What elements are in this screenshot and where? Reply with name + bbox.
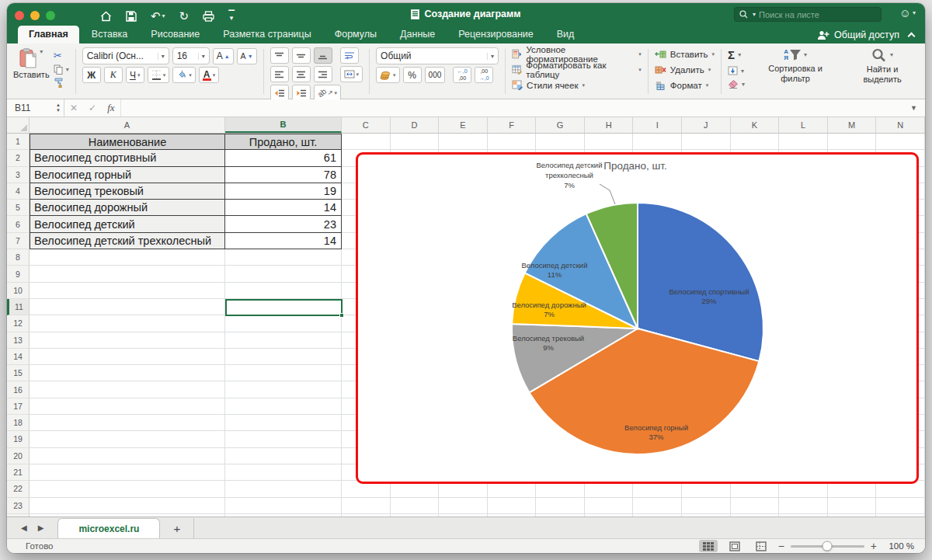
confirm-entry-icon[interactable]: ✓	[83, 103, 102, 113]
share-button[interactable]: Общий доступ	[817, 30, 914, 43]
align-center-button[interactable]	[292, 66, 311, 82]
cell-B21[interactable]	[225, 464, 342, 481]
cell-A6[interactable]: Велосипед детский	[30, 216, 225, 232]
insert-cells-button[interactable]: Вставить▾	[655, 47, 715, 61]
clear-button[interactable]: ▾	[728, 80, 745, 89]
normal-view-button[interactable]	[699, 540, 718, 552]
cell-A9[interactable]	[30, 266, 225, 282]
cell-B5[interactable]: 14	[225, 200, 342, 216]
select-all-corner[interactable]	[7, 117, 30, 133]
row-header-12[interactable]: 12	[7, 315, 30, 332]
paste-button[interactable]: ▾ Вставить	[13, 48, 50, 88]
cell-A3[interactable]: Велосипед горный	[30, 167, 225, 183]
row-header-17[interactable]: 17	[7, 398, 30, 415]
redo-button[interactable]: ↻	[179, 10, 190, 22]
prev-sheet-icon[interactable]: ◀	[21, 523, 27, 532]
row-header-20[interactable]: 20	[7, 448, 30, 464]
cell-B10[interactable]	[225, 283, 342, 299]
decrease-indent-button[interactable]	[270, 85, 289, 101]
cell-M1[interactable]	[828, 134, 877, 150]
cell-N1[interactable]	[876, 134, 925, 150]
cell-A10[interactable]	[30, 283, 225, 299]
cell-B7[interactable]: 14	[225, 233, 342, 249]
cell-A8[interactable]	[30, 249, 225, 266]
cell-A2[interactable]: Велосипед спортивный	[30, 150, 225, 166]
thousands-format-button[interactable]: 000	[425, 67, 446, 83]
cell-F1[interactable]	[488, 134, 537, 150]
cell-J1[interactable]	[682, 134, 731, 150]
next-sheet-icon[interactable]: ▶	[38, 523, 44, 532]
row-header-14[interactable]: 14	[7, 349, 30, 365]
column-header-A[interactable]: A	[30, 117, 225, 133]
ribbon-tab-3[interactable]: Разметка страницы	[212, 26, 322, 43]
format-painter-icon[interactable]	[54, 78, 69, 88]
conditional-formatting-button[interactable]: Условное форматирование▾	[512, 47, 642, 61]
zoom-window-button[interactable]	[46, 11, 55, 20]
cell-B23[interactable]	[225, 498, 342, 514]
paste-dropdown-icon[interactable]: ▾	[40, 48, 43, 55]
delete-cells-button[interactable]: Удалить▾	[655, 63, 715, 76]
increase-indent-button[interactable]	[292, 85, 311, 101]
cell-B17[interactable]	[225, 398, 342, 415]
sort-filter-button[interactable]: АЯ ▾ Сортировка и фильтр	[753, 48, 838, 89]
row-header-19[interactable]: 19	[7, 431, 30, 447]
cell-B9[interactable]	[225, 266, 342, 282]
column-header-C[interactable]: C	[342, 117, 391, 133]
cell-B13[interactable]	[225, 332, 342, 349]
page-break-view-button[interactable]	[752, 540, 770, 552]
save-icon[interactable]	[126, 11, 137, 22]
format-as-table-button[interactable]: Форматировать как таблицу▾	[512, 63, 642, 76]
cell-A11[interactable]	[30, 299, 225, 315]
cell-J23[interactable]	[682, 498, 731, 514]
cell-F23[interactable]	[488, 498, 537, 514]
borders-button[interactable]: ▾	[148, 67, 170, 83]
cell-A12[interactable]	[30, 315, 225, 332]
cut-icon[interactable]: ✂	[54, 50, 69, 61]
row-header-5[interactable]: 5	[7, 200, 30, 216]
cell-B16[interactable]	[225, 381, 342, 398]
row-header-15[interactable]: 15	[7, 365, 30, 381]
autosum-button[interactable]: Σ▾	[728, 48, 745, 61]
row-header-3[interactable]: 3	[7, 167, 30, 183]
text-orientation-button[interactable]: ab↗▾	[314, 85, 341, 101]
zoom-out-icon[interactable]: −	[778, 540, 784, 552]
fill-color-button[interactable]: ▾	[172, 67, 196, 83]
row-header-8[interactable]: 8	[7, 249, 30, 266]
cell-B15[interactable]	[225, 365, 342, 381]
cell-K23[interactable]	[731, 498, 780, 514]
fill-button[interactable]: ▾	[728, 66, 745, 75]
cell-E1[interactable]	[439, 134, 488, 150]
row-header-6[interactable]: 6	[7, 216, 30, 232]
row-header-10[interactable]: 10	[7, 283, 30, 299]
cell-H23[interactable]	[585, 498, 634, 514]
underline-button[interactable]: Ч▾	[126, 67, 144, 83]
column-header-G[interactable]: G	[536, 117, 585, 133]
column-header-E[interactable]: E	[439, 117, 488, 133]
cell-E23[interactable]	[439, 498, 488, 514]
insert-function-icon[interactable]: fx	[102, 102, 120, 114]
cell-B14[interactable]	[225, 349, 342, 365]
font-color-button[interactable]: А ▾	[199, 67, 220, 83]
bold-button[interactable]: Ж	[82, 67, 101, 83]
fill-handle[interactable]	[339, 313, 344, 318]
cell-C1[interactable]	[342, 134, 391, 150]
sheet-tab-active[interactable]: microexcel.ru	[57, 518, 160, 538]
cell-B19[interactable]	[225, 431, 342, 447]
percent-format-button[interactable]: %	[403, 67, 422, 83]
column-header-M[interactable]: M	[828, 117, 877, 133]
cell-A16[interactable]	[30, 381, 225, 398]
row-header-13[interactable]: 13	[7, 332, 30, 349]
cell-H1[interactable]	[585, 134, 634, 150]
align-right-button[interactable]	[314, 66, 332, 82]
zoom-slider[interactable]	[791, 545, 864, 548]
cell-A4[interactable]: Велосипед трековый	[30, 183, 225, 200]
cell-A22[interactable]	[30, 481, 225, 497]
cell-D23[interactable]	[391, 498, 440, 514]
align-left-button[interactable]	[270, 66, 289, 82]
merge-cells-button[interactable]: ▾	[340, 66, 363, 82]
font-name-select[interactable]: Calibri (Осн...▾	[82, 47, 169, 64]
row-header-4[interactable]: 4	[7, 183, 30, 200]
decrease-font-icon[interactable]: A▼	[237, 48, 257, 64]
row-header-2[interactable]: 2	[7, 150, 30, 166]
row-header-23[interactable]: 23	[7, 498, 30, 514]
